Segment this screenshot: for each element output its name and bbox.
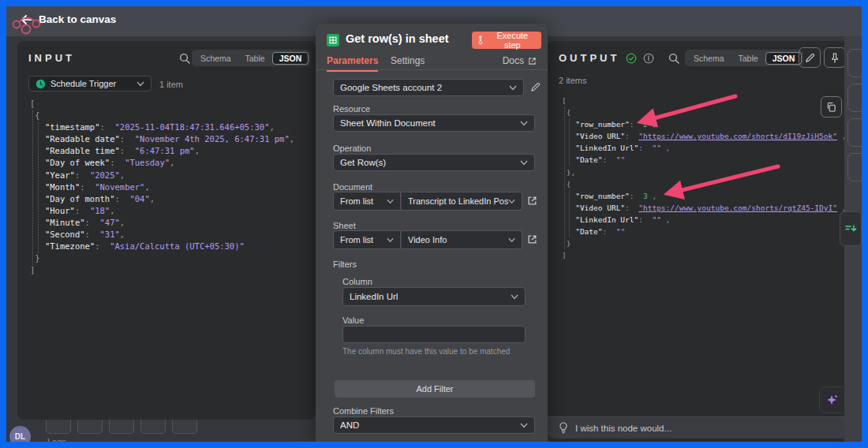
chevron-down-icon bbox=[508, 199, 515, 204]
chevron-down-icon bbox=[520, 121, 528, 126]
node-settings-modal: Get row(s) in sheet Execute step Paramet… bbox=[316, 24, 548, 442]
sheet-value-select[interactable]: Video Info bbox=[402, 230, 522, 249]
sparkles-icon bbox=[825, 393, 840, 407]
pin-data-button[interactable] bbox=[824, 47, 846, 68]
credential-value: Google Sheets account 2 bbox=[340, 83, 509, 92]
collapsed-node-button[interactable] bbox=[847, 153, 862, 181]
sheet-mode-select[interactable]: From list bbox=[333, 230, 401, 249]
search-icon[interactable] bbox=[668, 52, 680, 65]
document-label: Document bbox=[333, 182, 372, 192]
back-label: Back to canvas bbox=[39, 13, 116, 25]
input-tab-schema[interactable]: Schema bbox=[193, 52, 238, 65]
operation-select[interactable]: Get Row(s) bbox=[333, 154, 535, 171]
collapsed-node-button[interactable] bbox=[847, 118, 862, 147]
document-value-select[interactable]: Transcript to LinkedIn Post bbox=[402, 192, 522, 211]
operation-label: Operation bbox=[333, 144, 371, 153]
tab-parameters[interactable]: Parameters bbox=[327, 55, 378, 72]
filter-value-input[interactable] bbox=[342, 326, 526, 343]
app-frame: Back to canvas DL Logs Clear execution I… bbox=[0, 0, 868, 448]
input-panel: INPUT Schema Table JSON Schedule Trigger… bbox=[17, 41, 316, 420]
back-icon bbox=[21, 15, 32, 24]
logs-icon bbox=[844, 222, 857, 235]
input-items-count: 1 item bbox=[159, 80, 183, 89]
filter-column-label: Column bbox=[342, 277, 372, 286]
sheet-label: Sheet bbox=[333, 221, 356, 230]
output-items-count: 2 items bbox=[559, 76, 586, 85]
flask-icon bbox=[477, 35, 485, 45]
chevron-down-icon bbox=[509, 85, 517, 91]
google-sheets-node-icon bbox=[327, 34, 339, 47]
input-panel-title: INPUT bbox=[28, 52, 75, 64]
filter-value-label: Value bbox=[342, 315, 364, 325]
schedule-trigger-icon bbox=[36, 79, 46, 89]
modal-tabs: Parameters Settings Docs bbox=[316, 55, 548, 70]
input-source-value: Schedule Trigger bbox=[51, 79, 132, 88]
docs-link[interactable]: Docs bbox=[503, 55, 537, 66]
pencil-icon bbox=[805, 53, 815, 63]
node-title: Get row(s) in sheet bbox=[346, 32, 449, 45]
lightbulb-icon bbox=[559, 422, 568, 434]
credential-select[interactable]: Google Sheets account 2 bbox=[333, 79, 524, 96]
chevron-down-icon bbox=[520, 423, 528, 428]
right-side-strip bbox=[844, 36, 862, 442]
ai-assistant-button[interactable] bbox=[819, 386, 846, 413]
edit-output-button[interactable] bbox=[799, 47, 821, 68]
chevron-down-icon bbox=[520, 160, 528, 166]
n8n-node-detail-view: Back to canvas DL Logs Clear execution I… bbox=[6, 6, 862, 442]
output-panel: OUTPUT Schema Table JSON 2 items [ { "ro… bbox=[548, 41, 851, 442]
input-view-tabs: Schema Table JSON bbox=[192, 50, 310, 66]
input-tab-json[interactable]: JSON bbox=[272, 52, 309, 65]
info-icon[interactable] bbox=[643, 53, 654, 64]
filter-value-help: The column must have this value to be ma… bbox=[342, 347, 510, 356]
filters-label: Filters bbox=[333, 259, 357, 269]
open-sheet-icon[interactable] bbox=[527, 234, 537, 245]
output-json-view[interactable]: [ { "row_number": 2 , "Video URL": "http… bbox=[562, 95, 830, 261]
success-icon bbox=[626, 53, 637, 64]
logs-toggle-button[interactable] bbox=[840, 211, 862, 246]
input-source-select[interactable]: Schedule Trigger bbox=[28, 76, 152, 91]
tab-settings[interactable]: Settings bbox=[391, 55, 425, 66]
execute-step-button[interactable]: Execute step bbox=[472, 32, 541, 49]
open-document-icon[interactable] bbox=[527, 196, 537, 206]
resource-select[interactable]: Sheet Within Document bbox=[333, 114, 535, 132]
logs-panel-label[interactable]: Logs bbox=[47, 437, 66, 442]
collapsed-node-button[interactable] bbox=[847, 84, 862, 112]
back-to-canvas-button[interactable]: Back to canvas bbox=[21, 13, 116, 25]
search-icon[interactable] bbox=[178, 52, 191, 65]
avatar[interactable]: DL bbox=[9, 426, 31, 442]
input-json-view[interactable]: [ { "timestamp": "2025-11-04T18:47:31.64… bbox=[30, 98, 306, 276]
input-tab-table[interactable]: Table bbox=[238, 52, 272, 65]
chevron-down-icon bbox=[387, 199, 394, 204]
chevron-down-icon bbox=[137, 81, 144, 87]
resource-label: Resource bbox=[333, 104, 370, 114]
output-tab-schema[interactable]: Schema bbox=[687, 52, 731, 65]
output-view-tabs: Schema Table JSON bbox=[685, 50, 803, 66]
add-filter-button[interactable]: Add Filter bbox=[335, 380, 535, 398]
filter-column-select[interactable]: LinkedIn Url bbox=[342, 287, 526, 306]
external-link-icon bbox=[528, 57, 537, 65]
output-tab-table[interactable]: Table bbox=[731, 52, 765, 65]
output-panel-title: OUTPUT bbox=[559, 52, 619, 64]
edit-credential-icon[interactable] bbox=[530, 82, 541, 92]
chevron-down-icon bbox=[511, 294, 518, 300]
combine-filters-select[interactable]: AND bbox=[333, 416, 535, 434]
output-tab-json[interactable]: JSON bbox=[765, 52, 803, 65]
node-wish-input[interactable]: I wish this node would... bbox=[548, 416, 851, 439]
document-mode-select[interactable]: From list bbox=[333, 192, 401, 211]
chevron-down-icon bbox=[508, 237, 515, 243]
pin-icon bbox=[830, 53, 840, 63]
collapsed-node-button[interactable] bbox=[847, 49, 862, 77]
combine-filters-label: Combine Filters bbox=[333, 406, 394, 416]
chevron-down-icon bbox=[387, 237, 394, 243]
